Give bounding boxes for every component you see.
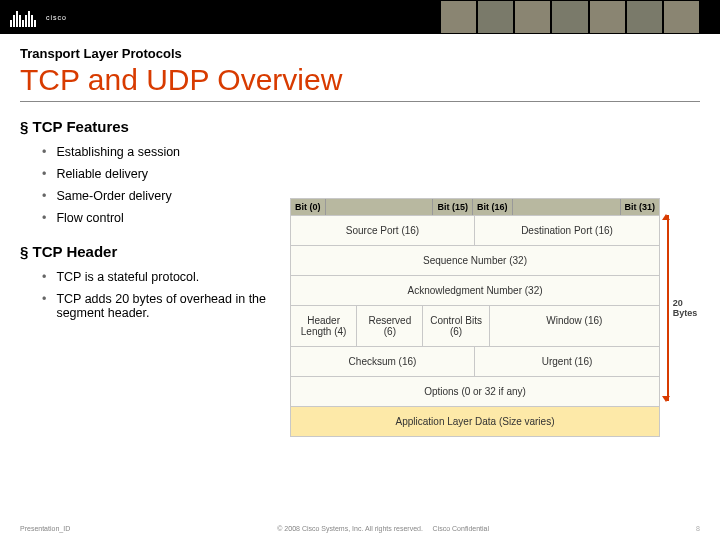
tcp-header-diagram: Bit (0) Bit (15) Bit (16) Bit (31) Sourc… bbox=[290, 198, 660, 437]
list-item: Same-Order delivery bbox=[42, 185, 290, 207]
slide-kicker: Transport Layer Protocols bbox=[20, 46, 700, 61]
diagram-column: Bit (0) Bit (15) Bit (16) Bit (31) Sourc… bbox=[290, 112, 700, 437]
slide-content: Transport Layer Protocols TCP and UDP Ov… bbox=[0, 34, 720, 437]
header-bar: cisco bbox=[0, 0, 720, 34]
feature-list: Establishing a session Reliable delivery… bbox=[20, 141, 290, 229]
header-field: Source Port (16) bbox=[291, 216, 475, 245]
header-field: Destination Port (16) bbox=[475, 216, 659, 245]
header-field: Window (16) bbox=[490, 306, 659, 346]
header-field: Checksum (16) bbox=[291, 347, 475, 376]
footer-left: Presentation_ID bbox=[20, 525, 70, 532]
section-heading: TCP Header bbox=[20, 243, 290, 260]
header-field: Control Bits (6) bbox=[423, 306, 489, 346]
list-item: Reliable delivery bbox=[42, 163, 290, 185]
section-heading: TCP Features bbox=[20, 118, 290, 135]
list-item: Establishing a session bbox=[42, 141, 290, 163]
header-field: Options (0 or 32 if any) bbox=[291, 377, 659, 406]
header-desc-list: TCP is a stateful protocol. TCP adds 20 … bbox=[20, 266, 290, 324]
slide-footer: Presentation_ID © 2008 Cisco Systems, In… bbox=[0, 525, 720, 532]
footer-copyright: © 2008 Cisco Systems, Inc. All rights re… bbox=[277, 525, 423, 532]
list-item: Flow control bbox=[42, 207, 290, 229]
header-field: Header Length (4) bbox=[291, 306, 357, 346]
footer-confidential: Cisco Confidential bbox=[433, 525, 489, 532]
header-field: Acknowledgment Number (32) bbox=[291, 276, 659, 305]
header-row: Options (0 or 32 if any) bbox=[291, 376, 659, 406]
header-row: Header Length (4)Reserved (6)Control Bit… bbox=[291, 305, 659, 346]
slide-title: TCP and UDP Overview bbox=[20, 63, 700, 102]
list-item: TCP adds 20 bytes of overhead in the seg… bbox=[42, 288, 290, 324]
bit-ruler: Bit (0) Bit (15) Bit (16) Bit (31) bbox=[291, 199, 659, 215]
app-data-row: Application Layer Data (Size varies) bbox=[291, 406, 659, 436]
list-item: TCP is a stateful protocol. bbox=[42, 266, 290, 288]
size-bracket: 20 Bytes bbox=[661, 215, 709, 401]
header-row: Source Port (16)Destination Port (16) bbox=[291, 215, 659, 245]
cisco-logo-icon bbox=[10, 7, 36, 27]
header-photo-strip bbox=[440, 0, 700, 34]
header-field: Reserved (6) bbox=[357, 306, 423, 346]
header-row: Sequence Number (32) bbox=[291, 245, 659, 275]
page-number: 8 bbox=[696, 525, 700, 532]
text-column: TCP Features Establishing a session Reli… bbox=[20, 112, 290, 437]
header-field: Sequence Number (32) bbox=[291, 246, 659, 275]
header-row: Acknowledgment Number (32) bbox=[291, 275, 659, 305]
header-field: Urgent (16) bbox=[475, 347, 659, 376]
logo-text: cisco bbox=[46, 14, 67, 21]
header-row: Checksum (16)Urgent (16) bbox=[291, 346, 659, 376]
